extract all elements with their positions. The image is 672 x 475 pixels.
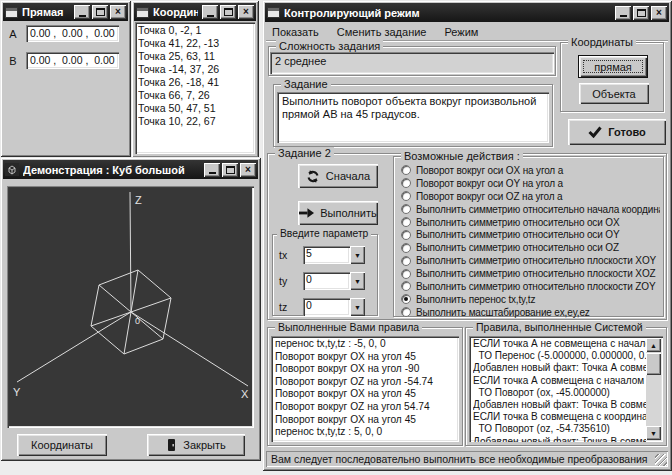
maximize-button[interactable]: [222, 163, 238, 177]
minimize-button[interactable]: [204, 163, 220, 177]
action-option[interactable]: Выполнить симметрию относительно оси OX: [401, 216, 660, 229]
radio-icon[interactable]: [401, 204, 411, 214]
point-list-item[interactable]: Точка 50, 47, 51: [138, 102, 252, 115]
restart-button[interactable]: Сначала: [298, 164, 378, 188]
scroll-down-button[interactable]: ▼: [646, 426, 661, 440]
cube-wireframe: Z Y X 0: [7, 186, 254, 428]
maximize-button[interactable]: [92, 5, 108, 19]
coordinates-titlebar[interactable]: Координа... ×: [134, 3, 256, 21]
close-button[interactable]: ×: [110, 5, 126, 19]
system-rule-item[interactable]: ТО Перенос (-5.000000, 0.000000, 0.000: [473, 350, 646, 362]
vertical-scrollbar[interactable]: ▲ ▼: [646, 338, 661, 440]
close-button[interactable]: ×: [651, 6, 667, 20]
radio-icon[interactable]: [401, 269, 411, 279]
point-list-item[interactable]: Точка 41, 22, -13: [138, 37, 252, 50]
maximize-button[interactable]: [220, 5, 236, 19]
radio-icon[interactable]: [401, 178, 411, 188]
close-button[interactable]: ×: [240, 163, 256, 177]
radio-icon[interactable]: [401, 281, 411, 291]
point-list-item[interactable]: Точка 66, 7, 26: [138, 89, 252, 102]
minimize-button[interactable]: [615, 6, 631, 20]
system-rule-item[interactable]: Добавлен новый факт: Точка А совмеще: [473, 362, 646, 374]
point-list-item[interactable]: Точка 0, -2, 1: [138, 24, 252, 37]
combo-dropdown-button[interactable]: ▼: [350, 246, 365, 264]
action-option[interactable]: Выполнить симметрию относительно оси OY: [401, 228, 660, 241]
control-titlebar[interactable]: Контролирующий режим ×: [265, 3, 669, 22]
point-list-item[interactable]: Точка 25, 63, 11: [138, 50, 252, 63]
scroll-up-button[interactable]: ▲: [646, 338, 661, 352]
user-rule-item[interactable]: Поворот вокруг OX на угол 45: [275, 351, 455, 364]
system-rule-item[interactable]: ЕСЛИ точка В совмещена с координатно: [473, 411, 646, 423]
combo-dropdown-button[interactable]: ▼: [350, 298, 365, 316]
action-option[interactable]: Выполнить симметрию относительно плоскос…: [401, 254, 660, 267]
system-rule-item[interactable]: Добавлен новый факт: Точка В совмеще: [473, 399, 646, 411]
radio-icon[interactable]: [401, 217, 411, 227]
point-coordinates-field[interactable]: 0.00 , 0.00 , 0.00: [26, 52, 119, 69]
scroll-thumb[interactable]: [646, 353, 661, 375]
radio-icon[interactable]: [401, 230, 411, 240]
action-option[interactable]: Выполнить симметрию относительно плоскос…: [401, 280, 660, 293]
points-listbox[interactable]: Точка 0, -2, 1 Точка 41, 22, -13 Точка 2…: [135, 22, 255, 154]
user-rule-item[interactable]: Поворот вокруг OZ на угол 54.74: [275, 401, 455, 414]
parameter-value[interactable]: 0: [303, 272, 350, 290]
system-rule-item[interactable]: ЕСЛИ точка А совмещена с началом коо: [473, 375, 646, 387]
close-demo-button[interactable]: Закрыть: [147, 434, 245, 456]
user-rule-item[interactable]: Поворот вокруг OX на угол -90: [275, 363, 455, 376]
user-rule-item[interactable]: перенос tx,ty,tz : 5, 0, 0: [275, 426, 455, 439]
parameter-combobox[interactable]: 0 ▼: [303, 298, 365, 316]
action-option-label: Выполнить симметрию относительно плоскос…: [416, 255, 656, 266]
system-rule-item[interactable]: Добавлен новый факт: Точка В совмеще: [473, 436, 646, 442]
checkmark-icon: [588, 126, 602, 138]
user-rules-label: Выполненные Вами правила: [275, 321, 422, 333]
menu-item[interactable]: Сменить задание: [337, 26, 427, 38]
point-list-item[interactable]: Точка -14, 37, 26: [138, 63, 252, 76]
action-option[interactable]: Поворот вокруг оси OY на угол a: [401, 177, 660, 190]
action-option[interactable]: Поворот вокруг оси OX на угол a: [401, 164, 660, 177]
line-coordinates-button[interactable]: прямая: [579, 56, 647, 77]
coordinates-button[interactable]: Координаты: [17, 434, 107, 456]
parameter-value[interactable]: 5: [303, 246, 350, 264]
point-list-item[interactable]: Точка 10, 22, 67: [138, 115, 252, 128]
object-coordinates-button[interactable]: Объекта: [579, 83, 649, 104]
user-rules-listbox[interactable]: перенос tx,ty,tz : -5, 0, 0 Поворот вокр…: [271, 336, 459, 442]
user-rule-item[interactable]: Поворот вокруг OX на угол 45: [275, 414, 455, 427]
radio-icon[interactable]: [401, 243, 411, 253]
system-rule-item[interactable]: ТО Поворот (ox, -45.000000): [473, 387, 646, 399]
radio-icon[interactable]: [401, 191, 411, 201]
radio-icon[interactable]: [401, 294, 411, 304]
refresh-icon: [306, 170, 320, 183]
point-list-item[interactable]: Точка 26, -18, 41: [138, 76, 252, 89]
action-option[interactable]: Выполнить перенос tx,ty,tz: [401, 293, 660, 306]
system-rules-listbox[interactable]: ЕСЛИ точка А не совмещена с началом ТО П…: [469, 336, 663, 442]
action-option[interactable]: Поворот вокруг оси OZ на угол a: [401, 190, 660, 203]
action-option[interactable]: Выполнить симметрию относительно начала …: [401, 203, 660, 216]
resize-grip[interactable]: [655, 454, 667, 466]
line-titlebar[interactable]: Прямая ×: [3, 3, 128, 21]
action-option[interactable]: Выполнить симметрию относительно плоскос…: [401, 267, 660, 280]
execute-button[interactable]: Выполнить: [298, 201, 378, 225]
minimize-button[interactable]: [202, 5, 218, 19]
parameter-combobox[interactable]: 0 ▼: [303, 272, 365, 290]
point-coordinates-field[interactable]: 0.00 , 0.00 , 0.00: [26, 25, 119, 42]
minimize-button[interactable]: [74, 5, 90, 19]
system-rule-item[interactable]: ТО Поворот (oz, -54.735610): [473, 423, 646, 435]
user-rule-item[interactable]: Поворот вокруг OX на угол 45: [275, 388, 455, 401]
action-option[interactable]: Выполнить симметрию относительно оси OZ: [401, 241, 660, 254]
menu-item[interactable]: Показать: [272, 26, 319, 38]
radio-icon[interactable]: [401, 256, 411, 266]
menu-item[interactable]: Режим: [444, 26, 478, 38]
demonstration-titlebar[interactable]: Демонстрация : Куб большой ×: [3, 160, 258, 179]
parameter-value[interactable]: 0: [303, 298, 350, 316]
ready-button[interactable]: Готово: [568, 119, 666, 145]
scene-canvas[interactable]: Z Y X 0: [7, 186, 254, 428]
action-option[interactable]: Выполнить масштабирование ex,ey,ez: [401, 306, 660, 319]
radio-icon[interactable]: [401, 307, 411, 317]
parameter-combobox[interactable]: 5 ▼: [303, 246, 365, 264]
radio-icon[interactable]: [401, 165, 411, 175]
maximize-button[interactable]: [633, 6, 649, 20]
close-button[interactable]: ×: [238, 5, 254, 19]
combo-dropdown-button[interactable]: ▼: [350, 272, 365, 290]
user-rule-item[interactable]: перенос tx,ty,tz : -5, 0, 0: [275, 338, 455, 351]
system-rule-item[interactable]: ЕСЛИ точка А не совмещена с началом: [473, 338, 646, 350]
user-rule-item[interactable]: Поворот вокруг OZ на угол -54.74: [275, 376, 455, 389]
